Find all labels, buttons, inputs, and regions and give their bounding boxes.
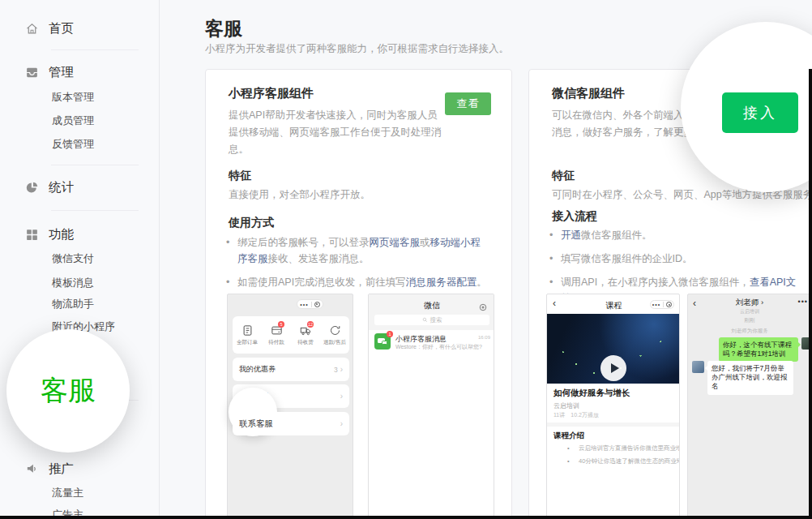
card-title: 微信客服组件 bbox=[552, 86, 625, 101]
sidebar-divider bbox=[51, 210, 139, 211]
shortcut-label: 待付款 bbox=[268, 339, 284, 346]
course-intro-heading: 课程介绍 bbox=[553, 431, 584, 441]
feature-text: 直接使用，对全部小程序开放。 bbox=[229, 188, 370, 202]
miniprogram-service-card: 小程序客服组件 查看 提供API帮助开发者快速接入，同时为客服人员提供移动端、网… bbox=[205, 69, 512, 519]
miniprogram-capsule bbox=[650, 300, 674, 309]
chat-time: 16:09 bbox=[478, 335, 490, 340]
section-divider bbox=[547, 422, 680, 427]
phone-mock-wechat-chatlist: 微信 搜索 1 小程序客服消息 16:09 Westore：你好，有什么可以帮您… bbox=[368, 294, 494, 519]
video-publisher: 云启培训 bbox=[553, 401, 579, 410]
video-meta: 11讲 10.2万播放 bbox=[553, 411, 599, 419]
text-segment: 接收、发送客服消息。 bbox=[268, 253, 370, 264]
usage-bullet: 绑定后的客服帐号，可以登录网页端客服或移动端小程序客服接收、发送客服消息。 bbox=[226, 234, 487, 267]
grid-icon bbox=[25, 228, 39, 242]
search-bar: 搜索 bbox=[374, 315, 489, 325]
inline-link[interactable]: 消息服务器配置 bbox=[406, 277, 477, 288]
sidebar-label-features: 功能 bbox=[49, 226, 74, 243]
shortcut-pending-delivery: 12 待收货 bbox=[291, 324, 320, 346]
unread-badge: 1 bbox=[387, 331, 393, 337]
more-icon bbox=[652, 302, 660, 307]
sidebar-item-promotion[interactable]: 推广 bbox=[0, 459, 159, 478]
flow-heading: 接入流程 bbox=[552, 209, 597, 224]
sidebar-divider bbox=[51, 165, 139, 165]
chevron-right-icon bbox=[340, 392, 343, 401]
sidebar-item-version-manage[interactable]: 版本管理 bbox=[52, 89, 94, 105]
join-button[interactable]: 接入 bbox=[722, 92, 798, 133]
sidebar-item-template-message[interactable]: 模板消息 bbox=[52, 275, 94, 291]
sidebar-item-wechat-pay[interactable]: 微信支付 bbox=[52, 251, 94, 267]
sidebar-item-traffic-owner[interactable]: 流量主 bbox=[52, 485, 83, 501]
inline-link[interactable]: 网页端客服 bbox=[370, 237, 421, 248]
course-intro-list: 云启培训官方直播告诉你微信里商业增长的“正道”在哪里。 40分钟让你迅速了解微信… bbox=[567, 444, 680, 469]
shortcut-pending-payment: 5 待付款 bbox=[262, 324, 291, 346]
row-value: 3 bbox=[334, 366, 338, 374]
view-button[interactable]: 查看 bbox=[445, 92, 491, 115]
sidebar-item-statistics[interactable]: 统计 bbox=[0, 178, 159, 197]
sidebar-label-promotion: 推广 bbox=[49, 461, 74, 478]
phone-mock-service-chat: 刘老师 › 云启培训 刚刚 刘老师为你服务 你好，这个有线下课程吗？希望有1对1… bbox=[687, 294, 812, 519]
sidebar-item-logistics[interactable]: 物流助手 bbox=[52, 296, 94, 312]
home-icon bbox=[25, 22, 39, 36]
sidebar-item-manage[interactable]: 管理 bbox=[0, 62, 159, 82]
inline-link[interactable]: 开通 bbox=[561, 229, 581, 241]
chat-timestamp: 刚刚 bbox=[688, 317, 811, 324]
chat-preview: Westore：你好，有什么可以帮您? bbox=[395, 343, 486, 351]
more-icon bbox=[798, 298, 808, 306]
miniprogram-capsule bbox=[297, 299, 323, 309]
shortcut-all-orders: 全部订单 bbox=[233, 324, 262, 346]
text-segment: 绑定后的客服帐号，可以登录 bbox=[237, 237, 370, 248]
capsule-close-icon bbox=[314, 302, 320, 307]
shortcut-label: 待收货 bbox=[297, 339, 314, 346]
card-description: 提供API帮助开发者快速接入，同时为客服人员提供移动端、网页端客服工作台便于及时… bbox=[229, 107, 446, 158]
flow-bullet: 填写微信客服组件的企业ID。 bbox=[549, 251, 810, 267]
text-segment: 。 bbox=[477, 277, 487, 288]
teacher-org: 云启培训 bbox=[688, 308, 811, 315]
row-label: 我的优惠券 bbox=[239, 364, 276, 375]
badge-count: 12 bbox=[307, 321, 314, 328]
play-button[interactable] bbox=[600, 355, 626, 381]
orders-icon bbox=[241, 324, 254, 337]
right-edge-bar bbox=[809, 69, 812, 519]
usage-list: 绑定后的客服帐号，可以登录网页端客服或移动端小程序客服接收、发送客服消息。 如需… bbox=[226, 234, 494, 298]
pie-chart-icon bbox=[25, 181, 39, 195]
search-placeholder: 搜索 bbox=[430, 316, 442, 324]
feature-heading: 特征 bbox=[552, 169, 575, 183]
service-message-avatar: 1 bbox=[374, 333, 391, 350]
wechat-title: 微信 bbox=[369, 300, 494, 311]
more-icon bbox=[300, 302, 308, 307]
text-segment: 调用API，在小程序内接入微信客服组件， bbox=[561, 277, 750, 288]
text-segment: 微信客服组件。 bbox=[581, 229, 652, 241]
capsule-divider bbox=[663, 302, 664, 307]
chatlist-body bbox=[369, 353, 494, 519]
sidebar-divider bbox=[51, 49, 139, 50]
inbox-icon bbox=[25, 66, 39, 79]
text-segment: 如需使用API完成消息收发，前往填写 bbox=[237, 277, 406, 288]
sidebar-label-manage: 管理 bbox=[49, 64, 74, 81]
usage-heading: 使用方式 bbox=[229, 216, 274, 230]
shortcut-label: 退款/售后 bbox=[323, 339, 346, 346]
course-intro-item: 云启培训官方直播告诉你微信里商业增长的“正道”在哪里。 bbox=[567, 444, 680, 453]
chevron-right-icon bbox=[340, 366, 343, 374]
sidebar-item-customer-service-highlight[interactable]: 客服 bbox=[6, 329, 130, 453]
chat-header: 刘老师 › 云启培训 bbox=[688, 298, 811, 315]
video-title: 如何做好服务与增长 bbox=[553, 388, 630, 399]
usage-bullet: 如需使用API完成消息收发，前往填写消息服务器配置。 bbox=[226, 274, 487, 290]
sidebar-item-home[interactable]: 首页 bbox=[0, 19, 159, 38]
feature-heading: 特征 bbox=[229, 169, 251, 183]
sidebar-item-features[interactable]: 功能 bbox=[0, 225, 159, 244]
text-segment: 或 bbox=[420, 237, 430, 248]
chat-list-item: 1 小程序客服消息 16:09 Westore：你好，有什么可以帮您? bbox=[369, 330, 494, 353]
plus-circle-icon bbox=[479, 300, 487, 308]
sidebar-item-feedback-manage[interactable]: 反馈管理 bbox=[52, 136, 94, 152]
video-thumbnail bbox=[547, 314, 680, 384]
refund-icon bbox=[329, 324, 341, 337]
page-subtitle: 小程序为开发者提供了两种客服能力，你可根据需求自行选择接入。 bbox=[205, 42, 509, 56]
sidebar-item-member-manage[interactable]: 成员管理 bbox=[52, 113, 94, 129]
badge-count: 5 bbox=[278, 321, 284, 328]
capsule-divider bbox=[311, 302, 312, 307]
course-intro-item: 40分钟让你迅速了解微信生态的商业环境 bbox=[567, 457, 680, 466]
search-icon bbox=[422, 317, 428, 323]
shortcut-label: 全部订单 bbox=[237, 339, 258, 346]
row-contact-service: 联系客服 bbox=[233, 412, 349, 435]
chat-bubble-icon bbox=[382, 341, 387, 345]
